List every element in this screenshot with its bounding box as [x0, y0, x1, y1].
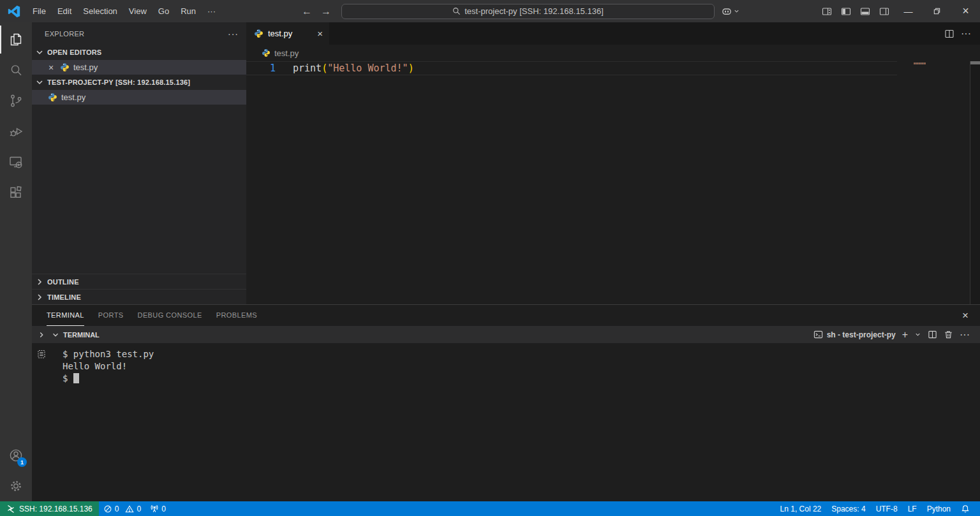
code-text: print("Hello World!") [276, 62, 414, 75]
window-minimize-button[interactable]: — [894, 0, 923, 22]
customize-layout-icon[interactable] [817, 3, 836, 20]
run-debug-icon[interactable] [0, 116, 32, 147]
token-paren-close: ) [408, 63, 414, 74]
back-icon[interactable]: ← [299, 6, 315, 17]
menu-file[interactable]: File [27, 0, 52, 22]
close-icon[interactable]: × [46, 63, 56, 73]
extensions-icon[interactable] [0, 177, 32, 208]
status-bar: SSH: 192.168.15.136 0 0 0 Ln 1, Col 22 S… [0, 501, 980, 516]
toggle-primary-sidebar-icon[interactable] [836, 3, 856, 20]
window-close-button[interactable]: × [951, 0, 980, 22]
open-editor-filename: test.py [73, 63, 98, 72]
copilot-menu[interactable] [721, 6, 739, 17]
terminal-instance-label[interactable]: sh - test-project-py [813, 330, 896, 339]
tab-terminal[interactable]: TERMINAL [47, 305, 84, 326]
scrollbar-slider[interactable] [970, 61, 980, 64]
panel-expand-chevron-icon[interactable] [32, 330, 51, 339]
status-bar-right: Ln 1, Col 22 Spaces: 4 UTF-8 LF Python [775, 505, 980, 513]
timeline-section-header[interactable]: TIMELINE [32, 289, 246, 304]
cursor-position-status[interactable]: Ln 1, Col 22 [775, 505, 827, 513]
chevron-right-icon [34, 277, 45, 287]
tab-test-py[interactable]: test.py × [246, 22, 329, 45]
shell-name: sh - test-project-py [827, 330, 896, 339]
terminal-section-header[interactable]: TERMINAL [51, 330, 100, 339]
bottom-panel: TERMINAL PORTS DEBUG CONSOLE PROBLEMS × … [32, 304, 980, 501]
language-mode: Python [927, 505, 951, 513]
eol-status[interactable]: LF [903, 505, 922, 513]
window-restore-button[interactable] [923, 0, 951, 22]
terminal-line: $ python3 test.py [63, 348, 980, 360]
activity-bar-bottom: 1 [0, 440, 32, 501]
minimap[interactable] [909, 61, 970, 304]
editor-tab-bar: test.py × ··· [246, 22, 980, 45]
code-line-1[interactable]: 1 print("Hello World!") [246, 61, 897, 75]
terminal-body: $ python3 test.py Hello World! $ [32, 343, 980, 501]
remote-indicator[interactable]: SSH: 192.168.15.136 [0, 501, 99, 516]
source-control-icon[interactable] [0, 85, 32, 116]
editor-scrollbar[interactable] [970, 61, 980, 304]
panel-close-icon[interactable]: × [962, 309, 980, 322]
open-editor-item[interactable]: × test.py [32, 60, 246, 75]
menu-run[interactable]: Run [175, 0, 202, 22]
new-terminal-icon[interactable]: + [902, 330, 908, 340]
python-file-icon [48, 92, 57, 102]
forward-icon[interactable]: → [318, 6, 334, 17]
nav-arrows: ← → [299, 6, 334, 17]
remote-label: SSH: 192.168.15.136 [19, 505, 93, 513]
breadcrumb-file: test.py [274, 48, 299, 58]
search-view-icon[interactable] [0, 55, 32, 85]
search-icon [452, 7, 461, 15]
editor-actions: ··· [944, 22, 980, 45]
notifications-bell[interactable] [956, 505, 975, 513]
chevron-right-icon [34, 292, 45, 302]
settings-gear-icon[interactable] [0, 471, 32, 501]
terminal-output-icon[interactable] [36, 349, 47, 501]
accounts-badge: 1 [17, 457, 27, 467]
accounts-icon[interactable]: 1 [0, 440, 32, 471]
ports-status[interactable]: 0 [145, 501, 170, 516]
terminal-more-actions-icon[interactable]: ··· [960, 329, 970, 341]
tree-file-item[interactable]: test.py [32, 90, 246, 105]
ports-count: 0 [161, 505, 166, 513]
command-center-search[interactable]: test-project-py [SSH: 192.168.15.136] [341, 4, 715, 19]
menu-overflow[interactable]: ··· [202, 0, 221, 22]
terminal-output[interactable]: $ python3 test.py Hello World! $ [51, 343, 980, 501]
toggle-secondary-sidebar-icon[interactable] [875, 3, 894, 20]
terminal-section-label: TERMINAL [63, 331, 100, 339]
outline-section-header[interactable]: OUTLINE [32, 274, 246, 289]
token-print: print [293, 63, 322, 74]
workspace-folder-header[interactable]: TEST-PROJECT-PY [SSH: 192.168.15.136] [32, 75, 246, 90]
menu-view[interactable]: View [123, 0, 152, 22]
problems-status[interactable]: 0 0 [99, 501, 145, 516]
outline-label: OUTLINE [47, 278, 79, 286]
explorer-icon[interactable] [0, 24, 32, 55]
menu-selection[interactable]: Selection [77, 0, 122, 22]
eol: LF [908, 505, 917, 513]
menu-edit[interactable]: Edit [52, 0, 77, 22]
indentation: Spaces: 4 [831, 505, 865, 513]
toggle-panel-icon[interactable] [856, 3, 875, 20]
sidebar-header: EXPLORER ··· [32, 22, 246, 45]
tab-close-icon[interactable]: × [317, 28, 323, 39]
kill-terminal-trash-icon[interactable] [944, 330, 953, 339]
tab-problems[interactable]: PROBLEMS [216, 305, 257, 326]
code-editor[interactable]: 1 print("Hello World!") [246, 61, 980, 304]
menu-go[interactable]: Go [152, 0, 175, 22]
tab-debug-console[interactable]: DEBUG CONSOLE [138, 305, 202, 326]
breadcrumb[interactable]: test.py [246, 45, 980, 61]
language-mode-status[interactable]: Python [922, 505, 956, 513]
indentation-status[interactable]: Spaces: 4 [826, 505, 870, 513]
minimap-code-mark [914, 63, 926, 64]
tab-ports[interactable]: PORTS [98, 305, 124, 326]
sidebar-more-actions-icon[interactable]: ··· [228, 29, 239, 39]
split-terminal-icon[interactable] [928, 330, 937, 339]
open-editors-header[interactable]: OPEN EDITORS [32, 45, 246, 60]
encoding-status[interactable]: UTF-8 [871, 505, 903, 513]
titlebar: File Edit Selection View Go Run ··· ← → … [0, 0, 980, 22]
launch-profile-chevron-icon[interactable] [914, 331, 921, 338]
layout-controls [817, 3, 894, 20]
remote-explorer-icon[interactable] [0, 147, 32, 177]
split-editor-icon[interactable] [944, 29, 954, 39]
errors-icon [103, 505, 112, 513]
editor-more-actions-icon[interactable]: ··· [961, 28, 971, 40]
